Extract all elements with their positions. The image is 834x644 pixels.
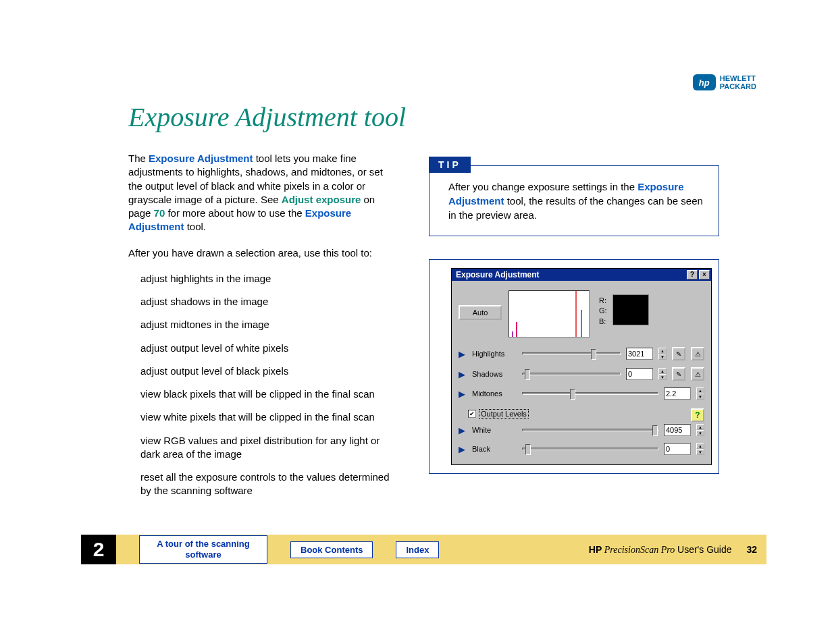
btn-index[interactable]: Index	[396, 541, 439, 558]
rgb-readout: R: G: B:	[599, 296, 607, 327]
row-midtones: ▶ Midtones 2.2 ▲▼	[459, 387, 704, 400]
spinner-shadows[interactable]: ▲▼	[658, 368, 667, 380]
eyedropper-highlights-icon[interactable]: ✎	[672, 347, 685, 360]
row-highlights: ▶ Highlights 3021 ▲▼ ✎ ⚠	[459, 347, 704, 360]
slider-highlights[interactable]	[522, 352, 621, 355]
spinner-highlights[interactable]: ▲▼	[658, 348, 667, 360]
page-footer: 2 A tour of the scanning software Book C…	[81, 535, 766, 564]
actions-list: adjust highlights in the image adjust sh…	[128, 272, 395, 498]
guide-hp: HP	[589, 544, 602, 555]
context-help-button[interactable]: ?	[691, 408, 704, 422]
slider-white[interactable]	[522, 429, 658, 431]
slider-black[interactable]	[522, 448, 658, 450]
warning-shadows-icon[interactable]: ⚠	[691, 367, 704, 381]
row-white: ▶ White 4095 ▲▼	[459, 424, 704, 436]
action-item: adjust midtones in the image	[140, 318, 395, 331]
label-shadows: Shadows	[472, 370, 517, 378]
guide-title: HP PrecisionScan Pro User's Guide 32	[589, 544, 757, 556]
callout-arrow-icon: ▶	[459, 389, 465, 399]
warning-highlights-icon[interactable]: ⚠	[691, 347, 704, 360]
page-number: 32	[746, 544, 757, 555]
exposure-adjustment-dialog: Exposure Adjustment ? × Auto	[451, 268, 712, 465]
histogram	[509, 290, 590, 338]
color-swatch	[613, 294, 649, 325]
action-item: adjust shadows in the image	[140, 295, 395, 308]
guide-product: PrecisionScan Pro	[602, 545, 675, 555]
label-white: White	[472, 426, 517, 434]
intro-paragraph: The Exposure Adjustment tool lets you ma…	[128, 152, 395, 234]
logo-line1: HEWLETT	[720, 74, 756, 82]
hp-logo: hp HEWLETT PACKARD	[693, 74, 756, 90]
output-levels-toggle[interactable]: ✔ Output Levels	[468, 409, 529, 419]
rgb-g-label: G:	[599, 306, 607, 316]
rgb-r-label: R:	[599, 296, 607, 306]
hp-logo-badge: hp	[693, 74, 716, 90]
label-midtones: Midtones	[472, 390, 517, 398]
tip-box: TIP After you change exposure settings i…	[429, 165, 719, 236]
chapter-number: 2	[81, 535, 116, 564]
usage-intro: After you have drawn a selection area, u…	[128, 246, 395, 260]
label-highlights: Highlights	[472, 350, 517, 358]
action-item: adjust output level of white pixels	[140, 342, 395, 355]
value-white[interactable]: 4095	[664, 424, 691, 436]
titlebar-close-button[interactable]: ×	[699, 270, 710, 279]
eyedropper-shadows-icon[interactable]: ✎	[672, 367, 685, 381]
callout-arrow-icon: ▶	[459, 425, 465, 435]
action-item: adjust highlights in the image	[140, 272, 395, 286]
row-black: ▶ Black 0 ▲▼	[459, 443, 704, 455]
dialog-illustration: Exposure Adjustment ? × Auto	[429, 259, 719, 474]
callout-arrow-icon: ▶	[459, 369, 465, 379]
link-page-70[interactable]: 70	[154, 207, 165, 219]
label-output-levels: Output Levels	[479, 409, 529, 419]
dialog-titlebar: Exposure Adjustment ? ×	[452, 269, 711, 281]
logo-line2: PACKARD	[720, 82, 756, 90]
dialog-title: Exposure Adjustment	[456, 270, 540, 279]
spinner-white[interactable]: ▲▼	[696, 424, 704, 436]
titlebar-help-button[interactable]: ?	[687, 270, 698, 279]
spinner-midtones[interactable]: ▲▼	[696, 387, 704, 400]
action-item: view black pixels that will be clipped i…	[140, 387, 395, 401]
value-black[interactable]: 0	[664, 443, 691, 455]
left-column: The Exposure Adjustment tool lets you ma…	[128, 152, 395, 508]
slider-shadows[interactable]	[522, 373, 621, 375]
auto-button[interactable]: Auto	[459, 305, 502, 320]
checkbox-icon: ✔	[468, 410, 476, 418]
callout-arrow-icon: ▶	[459, 349, 465, 359]
value-midtones[interactable]: 2.2	[664, 387, 691, 400]
callout-arrow-icon: ▶	[459, 444, 465, 454]
rgb-b-label: B:	[599, 317, 607, 327]
action-item: view RGB values and pixel distribution f…	[140, 434, 395, 462]
action-item: reset all the exposure controls to the v…	[140, 471, 395, 498]
tip-body: After you change exposure settings in th…	[448, 180, 704, 222]
btn-tour-scanning-software[interactable]: A tour of the scanning software	[139, 535, 267, 563]
tip-label: TIP	[429, 157, 471, 173]
action-item: adjust output level of black pixels	[140, 365, 395, 378]
document-page: hp HEWLETT PACKARD Exposure Adjustment t…	[0, 0, 834, 508]
link-adjust-exposure[interactable]: Adjust exposure	[282, 194, 361, 205]
page-title: Exposure Adjustment tool	[128, 101, 739, 133]
value-shadows[interactable]: 0	[626, 368, 653, 380]
link-exposure-adjustment[interactable]: Exposure Adjustment	[149, 153, 253, 164]
action-item: view white pixels that will be clipped i…	[140, 410, 395, 424]
slider-midtones[interactable]	[522, 392, 658, 395]
guide-suffix: User's Guide	[675, 544, 731, 555]
hp-logo-text: HEWLETT PACKARD	[720, 74, 756, 90]
spinner-black[interactable]: ▲▼	[696, 443, 704, 455]
label-black: Black	[472, 445, 517, 453]
value-highlights[interactable]: 3021	[626, 348, 653, 360]
row-shadows: ▶ Shadows 0 ▲▼ ✎ ⚠	[459, 367, 704, 381]
btn-book-contents[interactable]: Book Contents	[290, 541, 373, 558]
right-column: TIP After you change exposure settings i…	[429, 152, 719, 508]
